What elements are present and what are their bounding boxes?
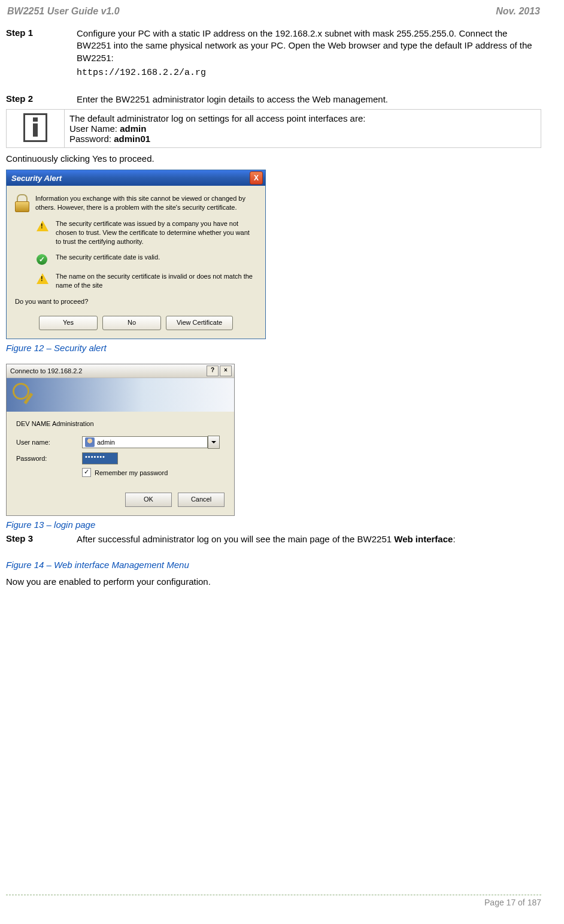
step1-url-code: https://192.168.2.2/a.rg: [77, 68, 541, 78]
chevron-down-icon: [211, 441, 216, 443]
no-button[interactable]: No: [102, 316, 161, 330]
security-msg-name: The name on the security certificate is …: [56, 272, 257, 290]
yes-button[interactable]: Yes: [39, 316, 98, 330]
step1-text: Configure your PC with a static IP addre…: [77, 28, 541, 64]
security-msg-intro: Information you exchange with this site …: [35, 194, 257, 212]
page-number: Page 17 of 187: [6, 898, 541, 907]
login-title: Connecto to 192.168.2.2: [10, 367, 82, 375]
step3-label: Step 3: [6, 533, 77, 545]
closing-text: Now you are enabled to perform your conf…: [6, 576, 541, 588]
ok-button[interactable]: OK: [125, 493, 172, 507]
lock-icon: [15, 194, 29, 211]
page-header: BW2251 User Guide v1.0 Nov. 2013: [6, 6, 541, 17]
close-button[interactable]: X: [250, 171, 263, 185]
info-icon: [23, 113, 47, 142]
check-icon: ✓: [37, 254, 47, 265]
help-button[interactable]: ?: [207, 366, 219, 376]
username-dropdown-button[interactable]: [208, 436, 220, 449]
dialog-title: Security Alert: [11, 174, 62, 183]
note-password: Password: admin01: [69, 134, 536, 144]
step2-label: Step 2: [6, 93, 77, 105]
note-username: User Name: admin: [69, 123, 536, 134]
login-dialog: Connecto to 192.168.2.2 ? × DEV NAME Adm…: [6, 364, 235, 516]
login-titlebar: Connecto to 192.168.2.2 ? ×: [7, 364, 234, 378]
security-msg-issuer: The security certificate was issued by a…: [56, 219, 257, 246]
security-prompt: Do you want to proceed?: [15, 297, 257, 306]
view-certificate-button[interactable]: View Certificate: [166, 316, 233, 330]
step1-label: Step 1: [6, 28, 77, 64]
username-label: User name:: [16, 439, 82, 446]
dialog-titlebar: Security Alert X: [7, 170, 265, 186]
keys-icon: [13, 383, 37, 407]
page-footer: Page 17 of 187: [6, 895, 541, 907]
warning-icon: [37, 221, 48, 231]
step3-text: After successful administrator log on yo…: [77, 533, 541, 545]
remember-password-label: Remember my password: [95, 469, 168, 476]
proceed-text: Continuously clicking Yes to proceed.: [6, 153, 541, 165]
security-alert-dialog: Security Alert X Information you exchang…: [6, 170, 266, 339]
admin-credentials-note: The default administrator log on setting…: [6, 109, 541, 148]
warning-icon: [37, 273, 48, 284]
footer-divider: [6, 895, 541, 895]
close-button[interactable]: ×: [220, 366, 232, 376]
remember-password-checkbox[interactable]: ✓: [82, 468, 91, 477]
doc-date: Nov. 2013: [496, 6, 540, 17]
username-input[interactable]: admin: [82, 436, 208, 448]
figure-14-caption: Figure 14 – Web interface Management Men…: [6, 560, 541, 570]
step2-text: Enter the BW2251 administrator login det…: [77, 93, 541, 105]
login-heading: DEV NAME Administration: [16, 420, 225, 427]
password-label: Password:: [16, 455, 82, 462]
cancel-button[interactable]: Cancel: [178, 493, 225, 507]
note-line1: The default administrator log on setting…: [69, 113, 536, 123]
security-msg-date: The security certificate date is valid.: [56, 253, 257, 265]
password-input[interactable]: •••••••: [82, 452, 118, 464]
login-banner: [7, 378, 234, 412]
figure-12-caption: Figure 12 – Security alert: [6, 343, 541, 353]
user-icon: [85, 437, 95, 447]
doc-title: BW2251 User Guide v1.0: [7, 6, 120, 17]
figure-13-caption: Figure 13 – login page: [6, 520, 541, 530]
